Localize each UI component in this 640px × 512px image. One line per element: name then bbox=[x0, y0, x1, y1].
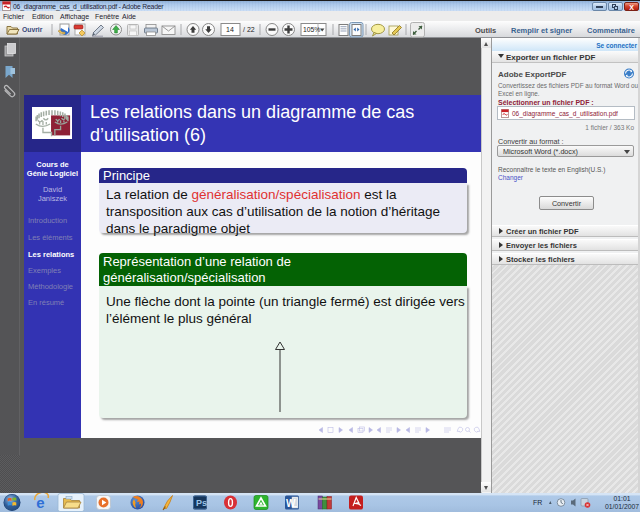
svg-text:01:01: 01:01 bbox=[613, 495, 630, 502]
svg-text:/ 22: / 22 bbox=[243, 26, 255, 33]
svg-text:105%: 105% bbox=[303, 26, 320, 33]
svg-text:FR: FR bbox=[533, 499, 542, 506]
svg-text:01/01/2007: 01/01/2007 bbox=[605, 503, 639, 510]
svg-text:W: W bbox=[286, 498, 296, 509]
svg-text:Ps: Ps bbox=[196, 498, 207, 508]
svg-text:14: 14 bbox=[226, 26, 234, 33]
svg-text:e: e bbox=[36, 494, 44, 511]
